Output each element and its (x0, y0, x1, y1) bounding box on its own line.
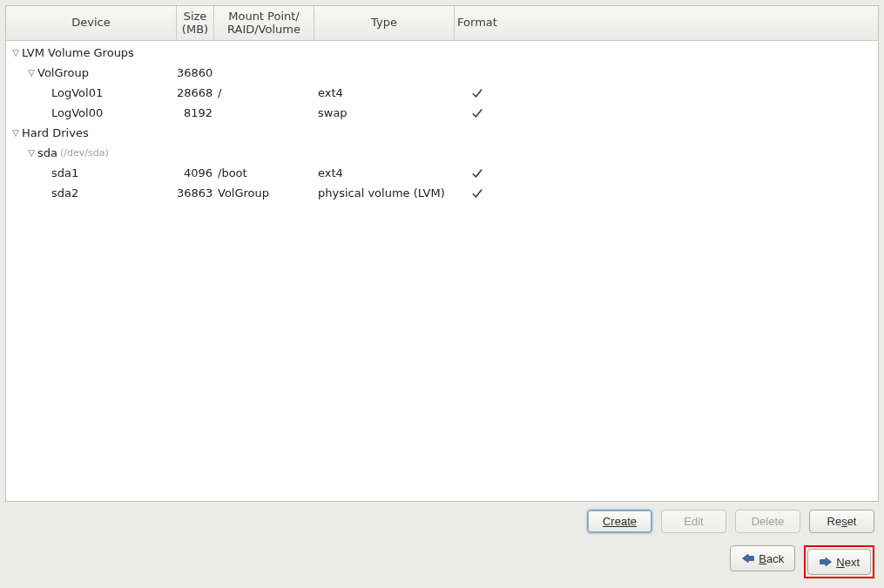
mount-cell: /boot (214, 166, 314, 179)
col-header-device[interactable]: Device (6, 6, 177, 40)
table-body[interactable]: ▽LVM Volume Groups▽VolGroup36860LogVol01… (6, 41, 878, 501)
type-cell: ext4 (314, 166, 455, 179)
tree-leaf-row[interactable]: LogVol008192swap (6, 103, 878, 123)
expander-icon[interactable]: ▽ (10, 48, 22, 57)
device-label: sda1 (51, 166, 78, 179)
action-buttons: Create Edit Delete Reset (1, 506, 883, 540)
tree-group-row[interactable]: ▽LVM Volume Groups (6, 43, 878, 63)
size-cell: 36863 (177, 186, 214, 199)
device-label: Hard Drives (22, 126, 89, 139)
expander-icon[interactable]: ▽ (25, 68, 37, 78)
arrow-left-icon (741, 552, 755, 564)
device-label: sda (37, 146, 57, 159)
type-cell: ext4 (314, 86, 455, 99)
type-cell: swap (314, 106, 455, 119)
back-button[interactable]: Back (730, 545, 795, 571)
device-label: LogVol00 (51, 106, 103, 119)
expander-icon[interactable]: ▽ (25, 148, 37, 158)
device-path: (/dev/sda) (60, 147, 109, 159)
col-header-type[interactable]: Type (314, 6, 455, 40)
col-header-mount[interactable]: Mount Point/ RAID/Volume (214, 6, 314, 40)
edit-button: Edit (661, 510, 726, 533)
tree-leaf-row[interactable]: LogVol0128668/ext4 (6, 83, 878, 103)
device-label: VolGroup (37, 66, 89, 79)
format-cell (455, 86, 500, 100)
tree-group-row[interactable]: ▽VolGroup36860 (6, 63, 878, 83)
next-highlight-box: Next (804, 545, 874, 578)
delete-button: Delete (735, 510, 800, 533)
size-cell: 4096 (177, 166, 214, 179)
device-label: sda2 (51, 186, 78, 199)
format-cell (455, 166, 500, 180)
nav-buttons: Back Next (1, 540, 883, 587)
size-cell: 28668 (177, 86, 214, 99)
arrow-right-icon (819, 556, 833, 568)
format-cell (455, 106, 500, 120)
device-label: LogVol01 (51, 86, 103, 99)
next-button[interactable]: Next (807, 549, 871, 575)
tree-leaf-row[interactable]: sda14096/bootext4 (6, 163, 878, 183)
col-header-format[interactable]: Format (455, 6, 500, 40)
expander-icon[interactable]: ▽ (10, 128, 22, 138)
mount-cell: / (214, 86, 314, 99)
type-cell: physical volume (LVM) (314, 186, 455, 199)
device-label: LVM Volume Groups (22, 46, 134, 59)
create-button[interactable]: Create (587, 510, 652, 533)
tree-group-row[interactable]: ▽Hard Drives (6, 123, 878, 143)
size-cell: 36860 (177, 66, 214, 79)
partition-table: Device Size (MB) Mount Point/ RAID/Volum… (5, 5, 879, 502)
tree-group-row[interactable]: ▽sda(/dev/sda) (6, 143, 878, 163)
table-header: Device Size (MB) Mount Point/ RAID/Volum… (6, 6, 878, 41)
col-header-size[interactable]: Size (MB) (177, 6, 214, 40)
size-cell: 8192 (177, 106, 214, 119)
reset-button[interactable]: Reset (809, 510, 874, 533)
tree-leaf-row[interactable]: sda236863VolGroupphysical volume (LVM) (6, 183, 878, 203)
format-cell (455, 186, 500, 200)
mount-cell: VolGroup (214, 186, 314, 199)
